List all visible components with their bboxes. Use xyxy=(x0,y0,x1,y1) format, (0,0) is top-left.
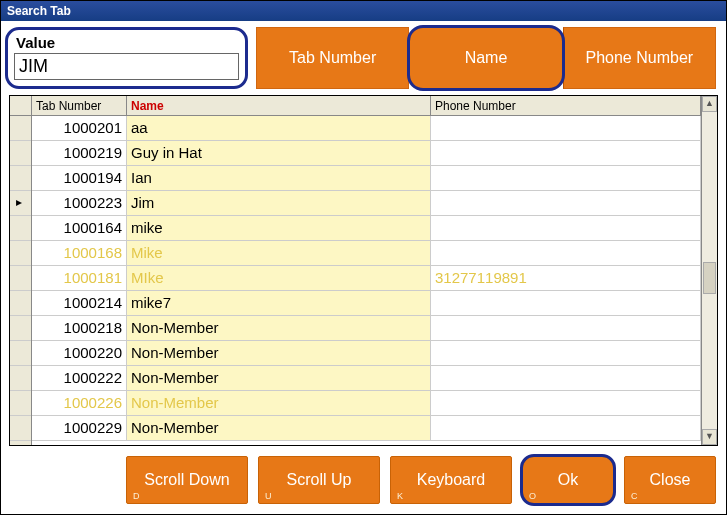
row-selector[interactable] xyxy=(10,241,31,266)
cell-phone-number xyxy=(431,341,701,365)
keyboard-button[interactable]: Keyboard K xyxy=(390,456,512,504)
filter-bar: Tab Number Name Phone Number xyxy=(256,27,716,89)
table-row[interactable]: 1000226Non-Member xyxy=(32,391,701,416)
table-row[interactable]: 1000168Mike xyxy=(32,241,701,266)
filter-name[interactable]: Name xyxy=(409,27,562,89)
table-row[interactable]: 1000214mike7 xyxy=(32,291,701,316)
col-header-phone-number[interactable]: Phone Number xyxy=(431,96,701,115)
table-row[interactable]: 1000218Non-Member xyxy=(32,316,701,341)
cell-tab-number: 1000181 xyxy=(32,266,127,290)
scroll-up-label: Scroll Up xyxy=(287,471,352,489)
table-row[interactable]: 1000194Ian xyxy=(32,166,701,191)
hotkey-label: C xyxy=(631,491,638,501)
cell-tab-number: 1000201 xyxy=(32,116,127,140)
row-gutter xyxy=(10,96,32,445)
scroll-down-arrow[interactable]: ▼ xyxy=(702,429,717,445)
cell-name: Non-Member xyxy=(127,316,431,340)
grid-header: Tab Number Name Phone Number xyxy=(32,96,701,116)
row-selector[interactable] xyxy=(10,216,31,241)
cell-phone-number xyxy=(431,191,701,215)
row-selector[interactable] xyxy=(10,141,31,166)
table-row[interactable]: 1000222Non-Member xyxy=(32,366,701,391)
col-header-tab-number[interactable]: Tab Number xyxy=(32,96,127,115)
cell-tab-number: 1000164 xyxy=(32,216,127,240)
cell-tab-number: 1000194 xyxy=(32,166,127,190)
footer-bar: Scroll Down D Scroll Up U Keyboard K Ok … xyxy=(1,452,726,514)
cell-phone-number: 31277119891 xyxy=(431,266,701,290)
cell-phone-number xyxy=(431,366,701,390)
hotkey-label: K xyxy=(397,491,403,501)
hotkey-label: D xyxy=(133,491,140,501)
cell-tab-number: 1000168 xyxy=(32,241,127,265)
cell-name: MIke xyxy=(127,266,431,290)
results-grid: Tab Number Name Phone Number 1000201aa10… xyxy=(9,95,718,446)
row-selector[interactable] xyxy=(10,266,31,291)
hotkey-label: O xyxy=(529,491,536,501)
search-label: Value xyxy=(14,34,239,51)
cell-phone-number xyxy=(431,166,701,190)
window-title: Search Tab xyxy=(1,1,726,21)
cell-phone-number xyxy=(431,241,701,265)
scroll-down-label: Scroll Down xyxy=(144,471,229,489)
row-selector[interactable] xyxy=(10,366,31,391)
cell-name: mike7 xyxy=(127,291,431,315)
hotkey-label: U xyxy=(265,491,272,501)
cell-phone-number xyxy=(431,216,701,240)
cell-tab-number: 1000218 xyxy=(32,316,127,340)
row-selector[interactable] xyxy=(10,166,31,191)
search-tab-window: Search Tab Value Tab Number Name Phone N… xyxy=(0,0,727,515)
scroll-down-button[interactable]: Scroll Down D xyxy=(126,456,248,504)
row-selector[interactable] xyxy=(10,391,31,416)
cell-name: aa xyxy=(127,116,431,140)
table-row[interactable]: 1000219Guy in Hat xyxy=(32,141,701,166)
table-row[interactable]: 1000181MIke31277119891 xyxy=(32,266,701,291)
cell-name: Non-Member xyxy=(127,341,431,365)
cell-name: Mike xyxy=(127,241,431,265)
cell-phone-number xyxy=(431,291,701,315)
vertical-scrollbar[interactable]: ▲ ▼ xyxy=(701,96,717,445)
keyboard-label: Keyboard xyxy=(417,471,486,489)
row-selector[interactable] xyxy=(10,341,31,366)
cell-phone-number xyxy=(431,141,701,165)
scroll-up-button[interactable]: Scroll Up U xyxy=(258,456,380,504)
row-selector[interactable] xyxy=(10,291,31,316)
cell-name: Guy in Hat xyxy=(127,141,431,165)
scroll-up-arrow[interactable]: ▲ xyxy=(702,96,717,112)
close-label: Close xyxy=(650,471,691,489)
cell-tab-number: 1000214 xyxy=(32,291,127,315)
table-row[interactable]: 1000229Non-Member xyxy=(32,416,701,441)
cell-name: Non-Member xyxy=(127,416,431,440)
row-selector[interactable] xyxy=(10,191,31,216)
cell-phone-number xyxy=(431,116,701,140)
row-selector[interactable] xyxy=(10,316,31,341)
col-header-name[interactable]: Name xyxy=(127,96,431,115)
filter-tab-number[interactable]: Tab Number xyxy=(256,27,409,89)
row-selector[interactable] xyxy=(10,416,31,441)
cell-name: mike xyxy=(127,216,431,240)
cell-tab-number: 1000219 xyxy=(32,141,127,165)
table-row[interactable]: 1000220Non-Member xyxy=(32,341,701,366)
cell-tab-number: 1000223 xyxy=(32,191,127,215)
filter-phone-number[interactable]: Phone Number xyxy=(563,27,716,89)
row-selector[interactable] xyxy=(10,116,31,141)
table-row[interactable]: 1000164mike xyxy=(32,216,701,241)
cell-phone-number xyxy=(431,391,701,415)
cell-tab-number: 1000220 xyxy=(32,341,127,365)
ok-label: Ok xyxy=(558,471,578,489)
search-value-box: Value xyxy=(5,27,248,89)
scroll-thumb[interactable] xyxy=(703,262,716,294)
cell-tab-number: 1000222 xyxy=(32,366,127,390)
search-input[interactable] xyxy=(14,53,239,80)
cell-tab-number: 1000229 xyxy=(32,416,127,440)
table-row[interactable]: 1000201aa xyxy=(32,116,701,141)
cell-name: Jim xyxy=(127,191,431,215)
scroll-track[interactable] xyxy=(702,112,717,429)
table-row[interactable]: 1000223Jim xyxy=(32,191,701,216)
cell-tab-number: 1000226 xyxy=(32,391,127,415)
cell-name: Non-Member xyxy=(127,366,431,390)
ok-button[interactable]: Ok O xyxy=(522,456,614,504)
close-button[interactable]: Close C xyxy=(624,456,716,504)
top-bar: Value Tab Number Name Phone Number xyxy=(1,21,726,93)
cell-phone-number xyxy=(431,316,701,340)
cell-name: Ian xyxy=(127,166,431,190)
